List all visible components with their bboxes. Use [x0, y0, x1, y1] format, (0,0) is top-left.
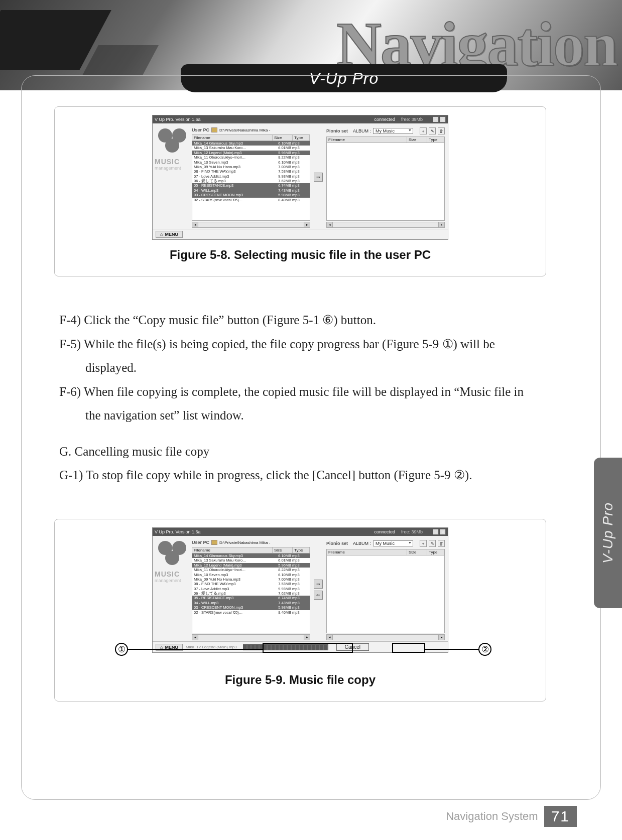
- copy-right-button[interactable]: ⇒: [314, 580, 323, 589]
- table-row[interactable]: Mika_11 Oborodzukiyo~Inori…8.22MBmp3: [192, 568, 310, 572]
- table-row[interactable]: Mika_14 Glamorous Sky.mp36.10MBmp3: [192, 553, 310, 558]
- set-label: Pionio set: [326, 541, 348, 546]
- copy-left-button[interactable]: ⇐: [314, 591, 323, 600]
- figure-5-8-box: V Up Pro. Version 1.6a connected free: 3…: [54, 106, 546, 276]
- delete-icon[interactable]: 🗑: [438, 127, 445, 134]
- table-row[interactable]: 04 - WILL.mp37.43MBmp3: [192, 188, 310, 193]
- scroll-left-icon[interactable]: ◂: [192, 222, 198, 227]
- table-row[interactable]: 02 - STARS(new vocal '05)…8.40MBmp3: [192, 610, 310, 615]
- table-row[interactable]: 04 - WILL.mp37.43MBmp3: [192, 601, 310, 605]
- free-mem: free: 39Mb: [401, 529, 423, 534]
- step-f5-b: displayed.: [59, 356, 531, 380]
- table-row[interactable]: 08 - FIND THE WAY.mp37.53MBmp3: [192, 169, 310, 174]
- table-row[interactable]: Mika_09 Yuki No Hana.mp37.00MBmp3: [192, 165, 310, 169]
- app-footer-row: MENU: [153, 229, 448, 239]
- side-tab-label: V-Up Pro: [600, 502, 616, 564]
- scroll-left-icon[interactable]: ◂: [327, 222, 333, 227]
- new-folder-icon[interactable]: ＋: [420, 127, 427, 134]
- table-row[interactable]: 07 - Love Addict.mp39.93MBmp3: [192, 587, 310, 591]
- app-titlebar: V Up Pro. Version 1.6a connected free: 3…: [153, 115, 448, 123]
- app-logo: MUSIC management: [153, 536, 192, 641]
- set-grid-body[interactable]: [326, 555, 445, 633]
- callout-1-line: [128, 649, 263, 650]
- copy-right-button[interactable]: ⇒: [314, 173, 323, 182]
- folder-icon[interactable]: [211, 540, 217, 545]
- delete-icon[interactable]: 🗑: [438, 540, 445, 547]
- table-row[interactable]: 05 - RESISTANCE.mp36.74MBmp3: [192, 183, 310, 188]
- table-row[interactable]: Mika_12 Legend (Main).mp35.96MBmp3: [192, 151, 310, 155]
- step-f5-a: F-5) While the file(s) is being copied, …: [59, 332, 531, 356]
- conn-status: connected: [374, 529, 395, 534]
- user-pc-pane: User PC D:\Private\Nakashima Mika - File…: [192, 126, 310, 228]
- menu-button[interactable]: MENU: [156, 231, 183, 238]
- step-g1: G-1) To stop file copy while in progress…: [59, 463, 531, 487]
- app-title: V Up Pro. Version 1.6a: [155, 529, 368, 534]
- edit-icon[interactable]: ✎: [429, 127, 436, 134]
- callout-1: ①: [115, 643, 128, 656]
- table-row[interactable]: Mika_09 Yuki No Hana.mp37.00MBmp3: [192, 577, 310, 582]
- app-title: V Up Pro. Version 1.6a: [155, 117, 368, 122]
- user-grid-header: Filename Size Type: [192, 134, 310, 141]
- table-row[interactable]: 03 - CRESCENT MOON.mp35.98MBmp3: [192, 605, 310, 610]
- page-number: 71: [544, 806, 577, 827]
- table-row[interactable]: Mika_13 Sakurairo Mau Koro…6.01MBmp3: [192, 558, 310, 563]
- folder-icon[interactable]: [211, 127, 217, 132]
- app-window-1: V Up Pro. Version 1.6a connected free: 3…: [152, 115, 448, 240]
- close-icon[interactable]: ×: [440, 529, 446, 535]
- h-scrollbar[interactable]: ◂ ▸: [192, 222, 310, 228]
- table-row[interactable]: Mika_12 Legend (Main).mp35.96MBmp3: [192, 563, 310, 568]
- user-grid-body[interactable]: Mika_14 Glamorous Sky.mp36.10MBmp3Mika_1…: [192, 141, 310, 221]
- set-grid-header: Filename Size Type: [326, 549, 445, 555]
- user-grid-header: Filename Size Type: [192, 547, 310, 553]
- page-footer: Navigation System 71: [446, 806, 577, 827]
- figure-5-9-box: V Up Pro. Version 1.6a connected free: 3…: [54, 519, 546, 702]
- h-scrollbar[interactable]: ◂ ▸: [192, 634, 310, 640]
- h-scrollbar-2[interactable]: ◂ ▸: [326, 222, 445, 228]
- table-row[interactable]: Mika_11 Oborodzukiyo~Inori…8.22MBmp3: [192, 155, 310, 160]
- app-logo: MUSIC management: [153, 123, 192, 229]
- set-pane: Pionio set ALBUM : My Music ＋ ✎ 🗑 Filena…: [326, 126, 445, 228]
- table-row[interactable]: 07 - Love Addict.mp39.93MBmp3: [192, 174, 310, 179]
- table-row[interactable]: 02 - STARS(new vocal '05)…8.40MBmp3: [192, 198, 310, 202]
- table-row[interactable]: Mika_10 Seven.mp36.10MBmp3: [192, 573, 310, 577]
- set-grid-header: Filename Size Type: [326, 136, 445, 143]
- table-row[interactable]: Mika_14 Glamorous Sky.mp36.10MBmp3: [192, 141, 310, 146]
- scroll-right-icon[interactable]: ▸: [304, 222, 310, 227]
- app-window-2: V Up Pro. Version 1.6a connected free: 3…: [152, 527, 448, 653]
- scroll-left-icon[interactable]: ◂: [327, 635, 333, 640]
- minimize-icon[interactable]: −: [433, 529, 439, 535]
- step-f4: F-4) Click the “Copy music file” button …: [59, 308, 531, 332]
- table-row[interactable]: 06 - 愛してる.mp37.62MBmp3: [192, 179, 310, 183]
- folder-path: D:\Private\Nakashima Mika -: [219, 128, 270, 132]
- set-grid-body[interactable]: [326, 143, 445, 221]
- user-grid-body[interactable]: Mika_14 Glamorous Sky.mp36.10MBmp3Mika_1…: [192, 553, 310, 633]
- h-scrollbar-2[interactable]: ◂ ▸: [326, 634, 445, 640]
- free-mem: free: 39Mb: [401, 117, 423, 122]
- callout-1-box: [263, 643, 353, 653]
- figure-5-8-caption: Figure 5-8. Selecting music file in the …: [66, 248, 535, 262]
- table-row[interactable]: 06 - 愛してる.mp37.62MBmp3: [192, 591, 310, 596]
- album-select[interactable]: My Music: [373, 540, 413, 546]
- body-text: F-4) Click the “Copy music file” button …: [59, 308, 531, 487]
- scroll-right-icon[interactable]: ▸: [438, 222, 444, 227]
- heading-g: G. Cancelling music file copy: [59, 440, 531, 464]
- table-row[interactable]: 03 - CRESCENT MOON.mp35.98MBmp3: [192, 193, 310, 197]
- figure-5-9-caption: Figure 5-9. Music file copy: [66, 673, 535, 687]
- step-f6-a: F-6) When file copying is complete, the …: [59, 380, 531, 404]
- table-row[interactable]: Mika_10 Seven.mp36.10MBmp3: [192, 160, 310, 165]
- side-tab: V-Up Pro: [594, 458, 622, 608]
- minimize-icon[interactable]: −: [433, 116, 439, 122]
- scroll-right-icon[interactable]: ▸: [438, 635, 444, 640]
- footer-label: Navigation System: [446, 810, 538, 823]
- table-row[interactable]: 05 - RESISTANCE.mp36.74MBmp3: [192, 596, 310, 600]
- table-row[interactable]: 08 - FIND THE WAY.mp37.53MBmp3: [192, 582, 310, 586]
- album-select[interactable]: My Music: [373, 128, 413, 134]
- user-pc-label: User PC: [192, 540, 209, 545]
- close-icon[interactable]: ×: [440, 116, 446, 122]
- scroll-right-icon[interactable]: ▸: [304, 635, 310, 640]
- table-row[interactable]: Mika_13 Sakurairo Mau Koro…6.01MBmp3: [192, 146, 310, 150]
- scroll-left-icon[interactable]: ◂: [192, 635, 198, 640]
- conn-status: connected: [374, 117, 395, 122]
- edit-icon[interactable]: ✎: [429, 540, 436, 547]
- new-folder-icon[interactable]: ＋: [420, 540, 427, 547]
